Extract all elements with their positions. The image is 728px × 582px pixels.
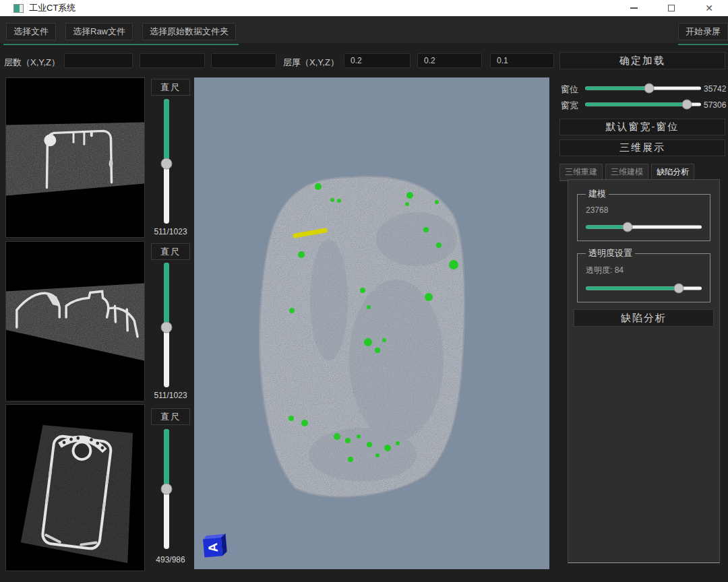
window-level-slider[interactable] bbox=[585, 83, 701, 94]
slider-handle[interactable] bbox=[673, 284, 684, 294]
opacity-group-title: 透明度设置 bbox=[586, 247, 635, 259]
ct-slice-image-y bbox=[6, 242, 144, 401]
opacity-slider[interactable] bbox=[586, 283, 702, 294]
toolbar: 选择文件 选择Raw文件 选择原始数据文件夹 开始录屏 bbox=[0, 16, 728, 43]
slider-fill bbox=[586, 226, 628, 229]
slice-position-1: 511/1023 bbox=[148, 227, 193, 236]
thickness-z-input[interactable] bbox=[490, 53, 554, 68]
maximize-button[interactable] bbox=[653, 0, 690, 16]
layers-z-input[interactable] bbox=[211, 53, 276, 68]
model-3d bbox=[194, 77, 549, 569]
app-icon bbox=[13, 4, 24, 13]
ct-slice-image-z bbox=[6, 405, 144, 571]
window-width-slider[interactable] bbox=[585, 99, 701, 110]
window-level-label: 窗位 bbox=[561, 84, 578, 96]
default-ww-wl-button[interactable]: 默认窗宽-窗位 bbox=[559, 119, 725, 135]
select-file-button[interactable]: 选择文件 bbox=[6, 23, 56, 40]
slice-slider-1[interactable] bbox=[160, 99, 173, 224]
window-title: 工业CT系统 bbox=[29, 2, 75, 14]
slice-slider-3[interactable] bbox=[160, 429, 173, 549]
app-window: 工业CT系统 ✕ 选择文件 选择Raw文件 选择原始数据文件夹 开始录屏 层数（… bbox=[0, 0, 728, 582]
defect-analysis-panel: 建模 23768 透明度设置 透明度: 84 缺陷分析 bbox=[568, 179, 720, 563]
modeling-slider[interactable] bbox=[586, 222, 702, 232]
window-controls: ✕ bbox=[615, 0, 728, 16]
slice-position-3: 493/986 bbox=[148, 555, 193, 564]
modeling-groupbox: 建模 23768 bbox=[577, 188, 710, 241]
modeling-value: 23768 bbox=[586, 205, 703, 215]
slider-handle[interactable] bbox=[644, 84, 654, 94]
layers-x-input[interactable] bbox=[64, 53, 133, 68]
slider-handle[interactable] bbox=[161, 484, 173, 495]
defect-analysis-button[interactable]: 缺陷分析 bbox=[574, 309, 714, 327]
window-width-value: 57306 bbox=[704, 100, 726, 110]
close-icon: ✕ bbox=[705, 3, 713, 13]
slider-fill bbox=[585, 87, 649, 90]
viewport-3d[interactable]: A bbox=[194, 77, 549, 569]
select-raw-file-button[interactable]: 选择Raw文件 bbox=[65, 23, 133, 40]
confirm-load-button[interactable]: 确定加载 bbox=[559, 52, 725, 69]
opacity-value-label: 透明度: 84 bbox=[586, 265, 703, 276]
maximize-icon bbox=[668, 5, 675, 11]
vendor-logo-cube: A bbox=[202, 533, 231, 559]
record-button-wrap: 开始录屏 bbox=[678, 23, 728, 45]
ruler-button-3[interactable]: 直尺 bbox=[151, 408, 190, 425]
logo-letter: A bbox=[206, 542, 220, 552]
ct-slice-view-x[interactable] bbox=[5, 77, 145, 238]
slider-fill bbox=[586, 287, 679, 290]
slider-handle[interactable] bbox=[161, 158, 173, 170]
slider-fill bbox=[164, 263, 169, 327]
slider-handle[interactable] bbox=[161, 322, 173, 333]
ruler-button-1[interactable]: 直尺 bbox=[151, 79, 190, 96]
layers-y-input[interactable] bbox=[140, 53, 205, 68]
slice-position-2: 511/1023 bbox=[148, 391, 193, 400]
ct-slice-view-z[interactable] bbox=[5, 404, 145, 571]
window-level-value: 35742 bbox=[704, 84, 726, 94]
select-raw-data-folder-button[interactable]: 选择原始数据文件夹 bbox=[142, 23, 236, 40]
slider-handle[interactable] bbox=[682, 100, 692, 110]
start-recording-button[interactable]: 开始录屏 bbox=[678, 23, 728, 40]
file-button-group: 选择文件 选择Raw文件 选择原始数据文件夹 bbox=[3, 23, 239, 45]
close-button[interactable]: ✕ bbox=[690, 0, 728, 16]
window-width-label: 窗宽 bbox=[561, 100, 578, 112]
opacity-groupbox: 透明度设置 透明度: 84 bbox=[577, 247, 710, 302]
slider-fill bbox=[164, 429, 169, 489]
logo-cube-front: A bbox=[203, 538, 222, 557]
layers-label: 层数（X,Y,Z） bbox=[4, 57, 60, 69]
display-3d-button[interactable]: 三维展示 bbox=[559, 139, 725, 156]
thickness-y-input[interactable] bbox=[417, 53, 482, 68]
minimize-icon bbox=[630, 7, 638, 9]
titlebar: 工业CT系统 ✕ bbox=[0, 0, 728, 16]
thickness-label: 层厚（X,Y,Z） bbox=[283, 57, 339, 69]
slice-slider-2[interactable] bbox=[160, 263, 173, 387]
minimize-button[interactable] bbox=[615, 0, 653, 16]
modeling-group-title: 建模 bbox=[586, 188, 609, 200]
thickness-x-input[interactable] bbox=[344, 53, 411, 68]
ruler-button-2[interactable]: 直尺 bbox=[151, 243, 190, 260]
ct-slice-image-x bbox=[6, 78, 144, 237]
slider-handle[interactable] bbox=[622, 222, 632, 232]
slider-fill bbox=[585, 103, 687, 106]
slider-fill bbox=[164, 99, 169, 164]
ct-slice-view-y[interactable] bbox=[5, 241, 145, 401]
